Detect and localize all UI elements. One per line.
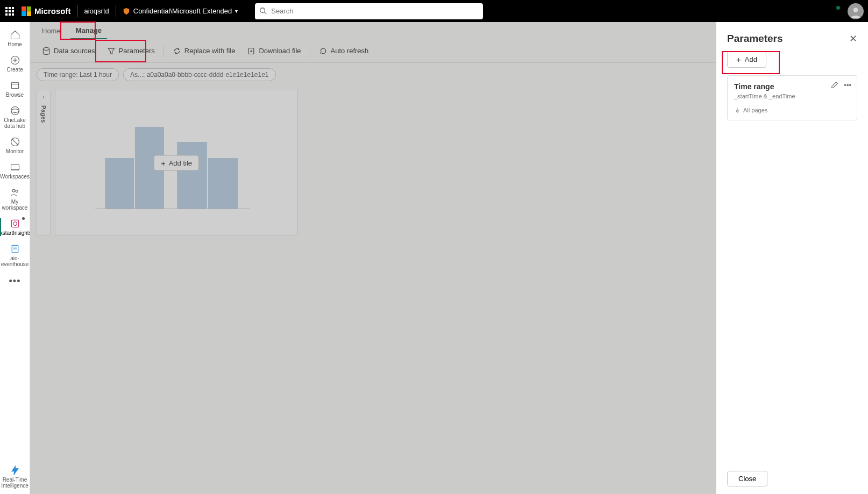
parameter-card-scope: All pages — [734, 107, 850, 113]
sensitivity-label: Confidential\Microsoft Extended — [133, 7, 232, 15]
nav-my-workspace[interactable]: My workspace — [0, 184, 30, 214]
nav-browse[interactable]: Browse — [0, 77, 30, 101]
people-icon — [10, 187, 20, 198]
svg-rect-6 — [11, 82, 18, 89]
activity-dot-icon — [22, 217, 25, 220]
presence-indicator[interactable] — [828, 5, 841, 18]
nav-home[interactable]: Home — [0, 26, 30, 51]
left-nav: Home Create Browse OneLake data hub Moni… — [0, 22, 30, 494]
nav-monitor[interactable]: Monitor — [0, 133, 30, 157]
svg-point-2 — [853, 8, 858, 12]
monitor-icon — [10, 137, 20, 147]
user-avatar[interactable] — [848, 3, 864, 19]
parameters-panel: Parameters ✕ + Add ••• — [716, 22, 868, 494]
home-icon — [10, 30, 20, 40]
svg-point-17 — [13, 222, 17, 226]
nav-workspaces[interactable]: Workspaces — [0, 159, 30, 183]
dashboard-icon — [10, 218, 20, 229]
workspaces-icon — [10, 162, 20, 173]
svg-point-8 — [11, 107, 19, 115]
plus-circle-icon — [10, 55, 20, 66]
nav-aio-eventhouse[interactable]: aio-eventhouse — [0, 240, 30, 270]
nav-more[interactable]: ••• — [9, 271, 21, 291]
nav-quickstart-insights[interactable]: QuickstartInsightsAIO — [0, 215, 30, 239]
svg-point-0 — [260, 8, 265, 12]
nav-onelake[interactable]: OneLake data hub — [0, 102, 30, 132]
svg-point-9 — [11, 109, 19, 113]
eventhouse-icon — [10, 244, 20, 254]
pin-icon — [734, 107, 741, 113]
svg-line-11 — [12, 139, 18, 145]
plus-icon: + — [736, 55, 741, 63]
svg-point-14 — [12, 189, 15, 192]
chevron-down-icon: ▾ — [235, 8, 238, 14]
parameter-card-time-range[interactable]: ••• Time range _startTime & _endTime All… — [727, 75, 857, 120]
bolt-icon — [10, 465, 20, 476]
svg-point-15 — [16, 190, 18, 192]
close-icon[interactable]: ✕ — [849, 33, 857, 45]
sensitivity-dropdown[interactable]: Confidential\Microsoft Extended ▾ — [123, 7, 238, 15]
svg-line-1 — [265, 12, 267, 14]
search-input[interactable] — [255, 3, 483, 19]
more-icon[interactable]: ••• — [844, 81, 851, 90]
edit-icon[interactable] — [831, 81, 838, 90]
browse-icon — [10, 80, 20, 91]
svg-rect-16 — [11, 220, 18, 227]
presence-dot-icon — [835, 5, 841, 11]
close-button[interactable]: Close — [727, 471, 767, 486]
divider — [77, 5, 78, 17]
nav-create[interactable]: Create — [0, 52, 30, 76]
onelake-icon — [10, 105, 20, 116]
brand-text: Microsoft — [34, 6, 71, 16]
microsoft-logo-icon — [22, 6, 31, 16]
nav-realtime-intelligence[interactable]: Real-Time Intelligence — [0, 462, 30, 494]
app-launcher-icon[interactable] — [4, 6, 15, 17]
tenant-label: aioqsrtd — [84, 7, 109, 15]
add-parameter-button[interactable]: + Add — [727, 51, 766, 68]
svg-rect-12 — [11, 164, 19, 170]
parameter-card-subtitle: _startTime & _endTime — [734, 93, 850, 99]
shield-icon — [123, 8, 130, 15]
microsoft-logo: Microsoft — [22, 6, 71, 16]
search-icon — [259, 7, 267, 16]
divider — [116, 5, 116, 17]
panel-title: Parameters — [727, 33, 849, 45]
